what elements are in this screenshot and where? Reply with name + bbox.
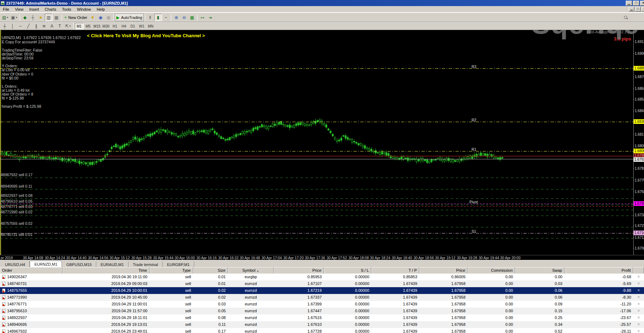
timeframe-m30[interactable]: M30 — [102, 23, 111, 29]
chart-restore-button[interactable]: □ — [635, 7, 641, 11]
chart-minimize-button[interactable]: ▁ — [629, 7, 634, 11]
order-row-149026347[interactable]: 1490263472019.04.30 19:11:00sell0.01eurg… — [0, 274, 644, 280]
column-header-swap-10[interactable]: Swap — [515, 267, 565, 274]
horizontal-line-button[interactable]: ─ — [16, 23, 24, 30]
label-button[interactable]: T — [56, 23, 64, 30]
candlestick-button[interactable]: ▮ — [154, 14, 162, 21]
order-row-148940695[interactable]: 1489406952019.04.29 19:13:01sell0.11eurn… — [0, 321, 644, 328]
search-icon[interactable] — [624, 16, 628, 19]
column-header-commission-9[interactable]: Commission — [468, 267, 515, 274]
close-order-button[interactable]: × — [633, 287, 644, 294]
profiles-icon: ▣ — [11, 15, 15, 20]
menu-file[interactable]: File — [0, 6, 12, 12]
order-row-148795610[interactable]: 1487956102019.04.29 11:57:00sell0.05eurn… — [0, 308, 644, 314]
timeframe-h4[interactable]: H4 — [119, 23, 128, 29]
timeframe-h1[interactable]: H1 — [111, 23, 119, 29]
dropdown-arrow-icon[interactable]: ▾ — [16, 16, 17, 19]
menu-window[interactable]: Window — [74, 6, 94, 12]
cell-1-3: 0.01 — [193, 280, 228, 287]
close-order-button[interactable]: × — [633, 274, 644, 280]
tab-trade-terminal[interactable]: Trade terminal — [128, 261, 163, 267]
close-order-button[interactable]: × — [633, 314, 644, 321]
timeframe-w1[interactable]: W1 — [137, 23, 146, 29]
market-watch-button[interactable]: ▥ — [45, 14, 53, 21]
chart-shift-button[interactable]: ↦ — [199, 14, 206, 21]
restore-button[interactable]: □ — [633, 1, 639, 6]
bar-chart-button[interactable]: ‖ — [146, 14, 154, 21]
data-window-button[interactable]: ▦ — [53, 14, 60, 21]
menu-view[interactable]: View — [12, 6, 26, 12]
price-tick-1.6853: 1.6853 — [635, 97, 644, 101]
close-order-button[interactable]: × — [633, 280, 644, 287]
symbols-icon: ◆ — [23, 15, 26, 20]
close-button[interactable]: × — [640, 1, 644, 6]
column-header-time-1[interactable]: Time — [63, 267, 150, 274]
order-row-148757555[interactable]: 1487575552019.04.29 10:00:01sell0.02eurn… — [0, 287, 644, 294]
column-header-symbol-4[interactable]: Symbol▲ — [228, 267, 274, 274]
vertical-line-button[interactable]: │ — [9, 23, 16, 30]
menu-charts[interactable]: Charts — [42, 6, 59, 12]
autotrading-button[interactable]: ▶AutoTrading — [115, 14, 144, 21]
tab-gbpusd-m15[interactable]: GBPUSD,M15 — [62, 261, 96, 267]
timeframe-m1[interactable]: M1 — [75, 23, 84, 29]
zoom-out-button[interactable]: ⊖ — [180, 14, 188, 21]
arrows-button[interactable]: ⇱ ▾ — [64, 23, 72, 30]
sell-order-icon — [2, 316, 5, 320]
crosshair-target-button[interactable]: ┼ — [29, 14, 37, 21]
timeframe-m5[interactable]: M5 — [84, 23, 93, 29]
close-order-button[interactable]: × — [633, 328, 644, 333]
fibonacci-button[interactable]: ≋ — [40, 23, 48, 30]
symbols-button[interactable]: ◆ — [21, 14, 29, 21]
timeframe-m15[interactable]: M15 — [93, 23, 102, 29]
menu-tools[interactable]: Tools — [59, 6, 74, 12]
cell-7-3: 0.11 — [193, 321, 228, 328]
close-order-button[interactable]: × — [633, 308, 644, 314]
new-chart-button[interactable]: ▤▾ — [1, 14, 10, 21]
column-header-order-0[interactable]: Order — [0, 267, 63, 274]
menu-help[interactable]: Help — [94, 6, 108, 12]
channel-button[interactable]: ∥ — [32, 23, 40, 30]
zoom-in-button[interactable]: ⊕ — [172, 14, 180, 21]
order-row-148967932[interactable]: 1489679322019.04.29 23:49:01sell0.17eurn… — [0, 328, 644, 333]
favorites-button[interactable]: ★ — [37, 14, 45, 21]
column-header-type-2[interactable]: Type — [150, 267, 193, 274]
cursor-crosshair-button[interactable]: ┼ — [1, 23, 9, 30]
trendline-button[interactable]: ╱ — [24, 23, 32, 30]
dropdown-arrow-icon[interactable]: ▾ — [69, 25, 71, 28]
order-row-148740731[interactable]: 1487407312019.04.29 09:00:03sell0.01eurn… — [0, 280, 644, 287]
order-level-002a — [0, 216, 633, 216]
signals-button[interactable]: ◍ — [104, 14, 112, 21]
tab-eurnzd-m1[interactable]: EURNZD,M1 — [30, 261, 62, 267]
close-order-button[interactable]: × — [633, 321, 644, 328]
scripts-button[interactable]: ◉ — [97, 14, 104, 21]
column-header-price-8[interactable]: Price — [419, 267, 468, 274]
tab-euraud-m1[interactable]: EURAUD,M1 — [96, 261, 128, 267]
close-order-button[interactable]: × — [633, 294, 644, 301]
blog-link-label[interactable]: < Click Here To Visit My Blog And YouTub… — [87, 33, 205, 38]
line-chart-button[interactable]: ~ — [162, 14, 170, 21]
cell-5-2: sell — [150, 308, 193, 314]
text-button[interactable]: A — [48, 23, 56, 30]
tab-eurgbp-m1[interactable]: EURGBP,M1 — [163, 261, 194, 267]
timeframe-mn[interactable]: MN — [146, 23, 155, 29]
new-order-button[interactable]: +New Order — [63, 14, 89, 21]
timeframe-d1[interactable]: D1 — [128, 23, 137, 29]
tab-urusd-h4[interactable]: URUSD,H4 — [1, 261, 30, 267]
tile-windows-button[interactable]: ▦ — [188, 14, 196, 21]
column-header-price-5[interactable]: Price — [274, 267, 324, 274]
column-header-sl-6[interactable]: S / L — [324, 267, 371, 274]
order-row-148776771[interactable]: 1487767712019.04.29 11:00:01sell0.03eurn… — [0, 301, 644, 308]
dropdown-arrow-icon[interactable]: ▾ — [7, 16, 8, 19]
close-order-button[interactable]: × — [633, 301, 644, 308]
column-header-profit-11[interactable]: Profit — [565, 267, 633, 274]
minimize-button[interactable]: ▁ — [626, 1, 632, 6]
column-header-size-3[interactable]: Size — [193, 267, 228, 274]
order-row-148922937[interactable]: 1489229372019.04.29 18:11:01sell0.08eurn… — [0, 314, 644, 321]
expert-advisors-button[interactable]: ▼ — [89, 14, 97, 21]
menu-insert[interactable]: Insert — [26, 6, 42, 12]
auto-scroll-button[interactable]: ↠ — [206, 14, 214, 21]
profiles-button[interactable]: ▣▾ — [10, 14, 19, 21]
column-header-tp-7[interactable]: T / P — [371, 267, 419, 274]
order-row-148771990[interactable]: 1487719902019.04.29 10:45:00sell0.02eurn… — [0, 294, 644, 301]
chart-close-button[interactable]: × — [641, 7, 644, 11]
